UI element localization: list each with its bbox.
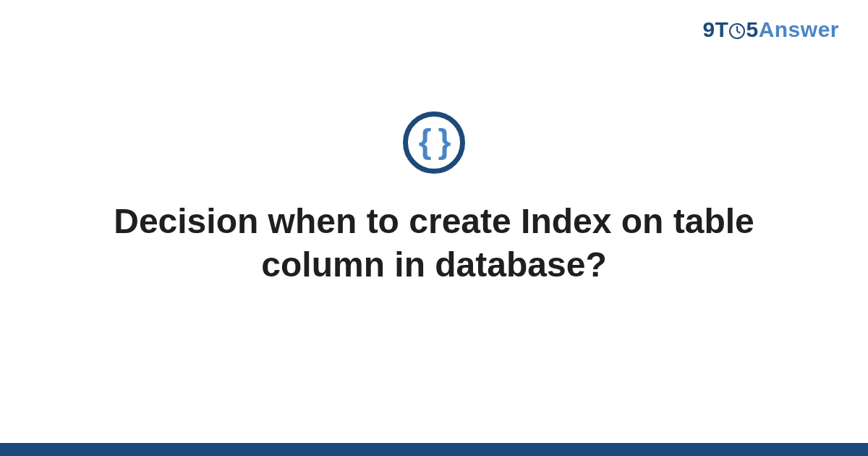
category-badge: { }	[403, 111, 465, 174]
footer-bar	[0, 443, 868, 456]
main-content: { } Decision when to create Index on tab…	[0, 0, 868, 456]
question-title: Decision when to create Index on table c…	[101, 200, 767, 287]
braces-icon: { }	[419, 124, 450, 158]
